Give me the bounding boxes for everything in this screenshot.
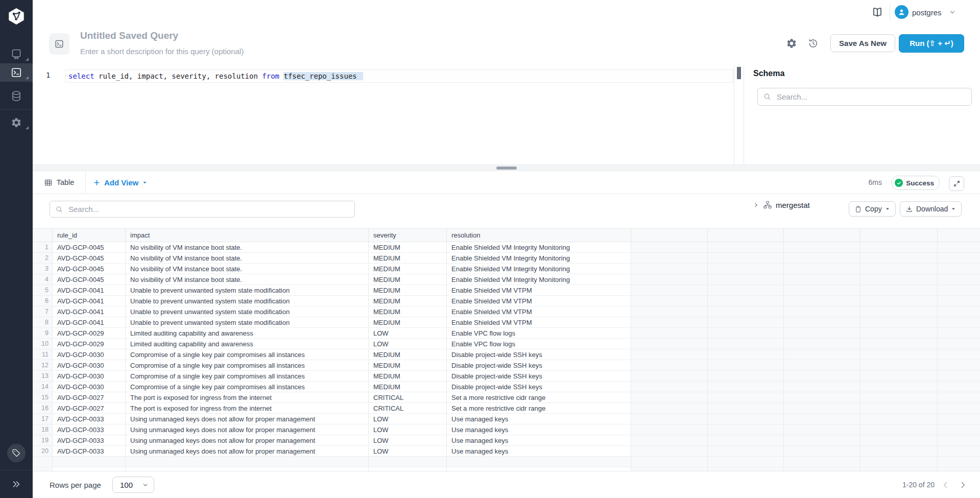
table-cell: AVD-GCP-0030	[53, 349, 126, 360]
empty-cell	[938, 264, 980, 274]
editor-scrollbar[interactable]	[734, 65, 744, 164]
editor-scrollbar-thumb[interactable]	[737, 67, 741, 79]
table-cell: Disable project-wide SSH keys	[447, 382, 631, 392]
add-view-button[interactable]: Add View	[93, 171, 148, 194]
column-header-severity[interactable]: severity	[369, 229, 447, 242]
submenu-corner-icon	[26, 76, 29, 79]
table-row[interactable]: 7AVD-GCP-0041Unable to prevent unwanted …	[33, 306, 980, 317]
sidebar-item-repos[interactable]	[0, 45, 33, 63]
previous-page-button[interactable]	[940, 480, 950, 490]
status-label: Success	[906, 179, 934, 187]
table-row[interactable]: 19AVD-GCP-0033Using unmanaged keys does …	[33, 435, 980, 446]
download-button[interactable]: Download	[900, 201, 962, 217]
table-row[interactable]: 12AVD-GCP-0030Compromise of a single key…	[33, 360, 980, 371]
pagination-footer: Rows per page 100 1-20 of 20	[33, 471, 980, 498]
empty-cell	[631, 242, 708, 252]
table-cell: AVD-GCP-0029	[53, 328, 126, 338]
table-row[interactable]: 16AVD-GCP-0027The port is exposed for in…	[33, 403, 980, 414]
row-number: 13	[33, 371, 53, 381]
empty-cell	[938, 382, 980, 392]
tab-table-label: Table	[57, 178, 75, 186]
table-row[interactable]: 20AVD-GCP-0033Using unmanaged keys does …	[33, 446, 980, 457]
tab-table[interactable]: Table	[33, 171, 86, 194]
table-row[interactable]: 15AVD-GCP-0027The port is exposed for in…	[33, 392, 980, 403]
mergestat-logo-icon[interactable]	[7, 8, 26, 25]
empty-cell	[861, 317, 938, 327]
table-cell: MEDIUM	[369, 349, 447, 360]
table-row[interactable]: 3AVD-GCP-0045No visibility of VM instanc…	[33, 264, 980, 274]
schema-name: mergestat	[776, 201, 810, 209]
schema-tree-item-mergestat[interactable]: mergestat	[753, 198, 810, 211]
results-search[interactable]	[50, 201, 355, 218]
save-as-new-button[interactable]: Save As New	[830, 34, 895, 52]
query-title-input[interactable]: Untitled Saved Query	[80, 30, 178, 41]
tags-button[interactable]	[7, 444, 26, 462]
table-row[interactable]: 5AVD-GCP-0041Unable to prevent unwanted …	[33, 285, 980, 296]
user-menu[interactable]: postgres	[912, 0, 942, 25]
empty-cell	[938, 392, 980, 402]
table-cell: The port is exposed for ingress from the…	[126, 403, 369, 413]
table-cell: Enable VPC flow logs	[447, 339, 631, 349]
empty-column-header	[784, 229, 861, 242]
query-history-button[interactable]	[807, 38, 819, 49]
column-header-impact[interactable]: impact	[126, 229, 369, 242]
user-avatar[interactable]	[895, 5, 909, 19]
sidebar-expand-button[interactable]	[0, 474, 33, 494]
empty-cell	[708, 349, 784, 360]
table-row[interactable]: 10AVD-GCP-0029Limited auditing capabilit…	[33, 339, 980, 349]
table-row[interactable]: 13AVD-GCP-0030Compromise of a single key…	[33, 371, 980, 382]
docs-book-icon[interactable]	[871, 6, 883, 18]
table-row[interactable]: 14AVD-GCP-0030Compromise of a single key…	[33, 382, 980, 392]
table-row[interactable]: 9AVD-GCP-0029Limited auditing capability…	[33, 328, 980, 339]
schema-search-input[interactable]	[776, 92, 971, 102]
table-cell: MEDIUM	[369, 382, 447, 392]
table-cell: No visibility of VM instance boot state.	[126, 242, 369, 252]
table-row[interactable]: 1AVD-GCP-0045No visibility of VM instanc…	[33, 242, 980, 253]
row-number: 4	[33, 274, 53, 284]
table-row[interactable]: 17AVD-GCP-0033Using unmanaged keys does …	[33, 414, 980, 424]
copy-button[interactable]: Copy	[849, 201, 896, 217]
run-query-button[interactable]: Run (⇧ + ↵)	[899, 34, 964, 53]
results-search-input[interactable]	[67, 204, 354, 214]
empty-cell	[784, 306, 861, 317]
table-row[interactable]: 11AVD-GCP-0030Compromise of a single key…	[33, 349, 980, 360]
empty-cell	[938, 274, 980, 284]
page-size-select[interactable]: 100	[112, 477, 154, 493]
row-number: 5	[33, 285, 53, 295]
column-header-resolution[interactable]: resolution	[447, 229, 631, 242]
sidebar-item-settings[interactable]	[0, 113, 33, 132]
sidebar-divider	[0, 470, 33, 470]
chevron-down-icon[interactable]	[949, 9, 956, 16]
table-cell: Compromise of a single key pair compromi…	[126, 349, 369, 360]
sql-editor[interactable]: 1 select rule_id, impact, severity, reso…	[33, 65, 734, 164]
query-description-input[interactable]: Enter a short description for this query…	[80, 47, 244, 56]
table-cell: The port is exposed for ingress from the…	[126, 392, 369, 402]
row-number: 6	[33, 296, 53, 306]
query-settings-button[interactable]	[786, 38, 797, 49]
column-header-rule-id[interactable]: rule_id	[53, 229, 126, 242]
empty-cell	[708, 296, 784, 306]
table-row[interactable]: 6AVD-GCP-0041Unable to prevent unwanted …	[33, 296, 980, 306]
success-check-icon	[895, 179, 903, 187]
submenu-corner-icon	[26, 58, 29, 61]
table-cell: Compromise of a single key pair compromi…	[126, 382, 369, 392]
editor-active-line[interactable]: select rule_id, impact, severity, resolu…	[65, 69, 733, 83]
chevron-right-icon[interactable]	[753, 202, 759, 208]
table-row[interactable]: 2AVD-GCP-0045No visibility of VM instanc…	[33, 253, 980, 264]
top-header: postgres	[33, 0, 980, 25]
table-cell: Compromise of a single key pair compromi…	[126, 371, 369, 381]
empty-cell	[631, 349, 708, 360]
table-cell: No visibility of VM instance boot state.	[126, 253, 369, 263]
next-page-button[interactable]	[958, 480, 968, 490]
schema-search[interactable]	[757, 88, 972, 106]
table-row[interactable]: 8AVD-GCP-0041Unable to prevent unwanted …	[33, 317, 980, 328]
sidebar-item-database[interactable]	[0, 87, 33, 105]
table-cell: AVD-GCP-0041	[53, 285, 126, 295]
sidebar-item-queries[interactable]	[0, 63, 33, 82]
table-row[interactable]: 18AVD-GCP-0033Using unmanaged keys does …	[33, 424, 980, 435]
table-cell: AVD-GCP-0045	[53, 242, 126, 252]
expand-results-button[interactable]	[949, 176, 964, 191]
search-icon	[55, 205, 63, 214]
resize-handle[interactable]	[496, 167, 517, 170]
table-row[interactable]: 4AVD-GCP-0045No visibility of VM instanc…	[33, 274, 980, 285]
